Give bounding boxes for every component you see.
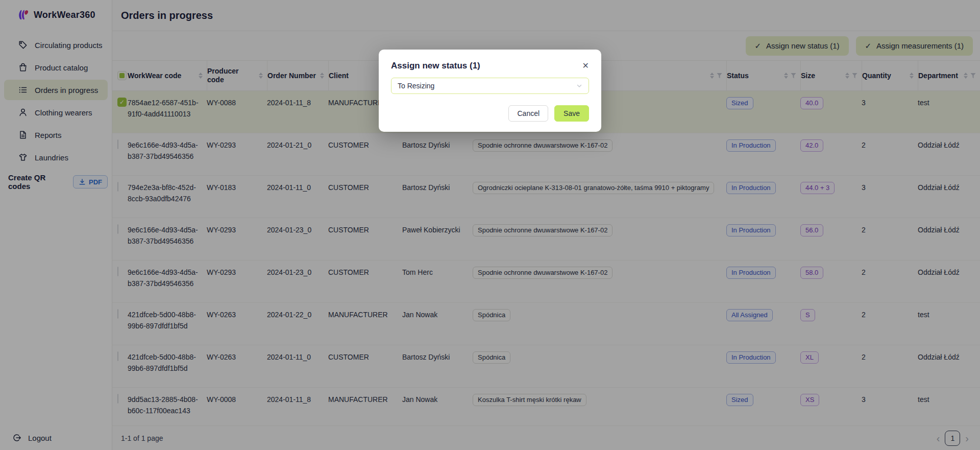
modal-header: Assign new status (1) ✕ — [391, 61, 589, 71]
app-root: WorkWear360 Circulating productsProduct … — [0, 0, 980, 450]
save-button[interactable]: Save — [554, 105, 589, 122]
status-select-value: To Resizing — [398, 82, 434, 90]
modal-title: Assign new status (1) — [391, 61, 480, 71]
chevron-down-icon — [576, 83, 582, 89]
assign-status-modal: Assign new status (1) ✕ To Resizing Canc… — [379, 50, 601, 132]
status-select[interactable]: To Resizing — [391, 78, 589, 94]
modal-footer: Cancel Save — [391, 105, 589, 122]
close-icon[interactable]: ✕ — [582, 61, 589, 70]
cancel-button[interactable]: Cancel — [508, 105, 548, 122]
